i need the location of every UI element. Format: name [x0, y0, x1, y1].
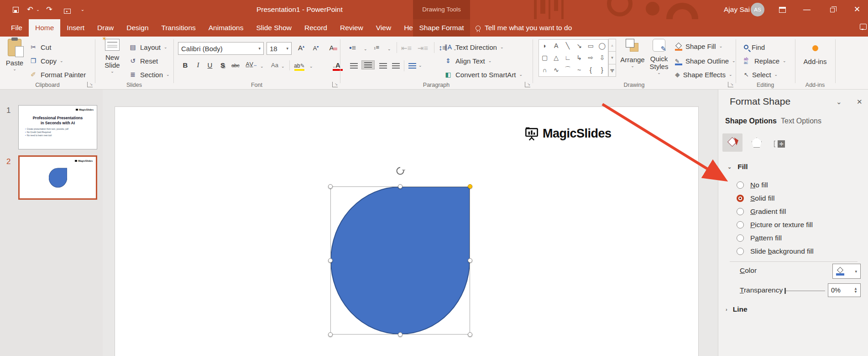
tab-shape-options[interactable]: Shape Options	[725, 117, 777, 125]
user-name[interactable]: Ajay Sai	[724, 0, 750, 19]
tab-view[interactable]: View	[370, 19, 397, 37]
addins-button[interactable]: Add-ins	[797, 39, 833, 65]
text-shadow-icon[interactable]: S	[217, 61, 228, 69]
panel-collapse-chevron-icon[interactable]: ⌄	[836, 98, 842, 106]
font-name-combo[interactable]: Calibri (Body)▾	[178, 42, 264, 55]
tab-design[interactable]: Design	[120, 19, 155, 37]
gallery-shape-down-arrow-icon[interactable]: ⇩	[596, 52, 608, 64]
shape-fill-button[interactable]: Shape Fill ⌄	[675, 40, 722, 52]
copy-button[interactable]: ❐ Copy ⌄	[29, 55, 63, 67]
format-painter-button[interactable]: ✐ Format Painter	[29, 69, 86, 80]
tab-file[interactable]: File	[5, 19, 29, 37]
shape-effects-chevron[interactable]: ⌄	[729, 72, 732, 77]
new-slide-button[interactable]: New Slide ⌄	[99, 39, 125, 74]
size-properties-tab-icon[interactable]	[769, 133, 790, 152]
radio-selected-icon[interactable]	[737, 195, 744, 202]
gallery-shape-oval-icon[interactable]: ◯	[596, 40, 608, 52]
cut-button[interactable]: ✂ Cut	[29, 41, 51, 53]
section-button[interactable]: ≣ Section ⌄	[129, 69, 170, 80]
resize-handle-middle-right[interactable]	[468, 258, 472, 263]
fill-line-tab-icon[interactable]	[722, 133, 743, 152]
resize-handle-bottom-right[interactable]	[468, 332, 472, 337]
effects-tab-icon[interactable]	[747, 133, 767, 152]
tab-animations[interactable]: Animations	[202, 19, 250, 37]
quick-styles-button[interactable]: Quick Styles ⌄	[646, 39, 672, 75]
arrange-button[interactable]: Arrange ⌄	[620, 39, 645, 68]
quick-styles-chevron[interactable]: ⌄	[657, 70, 661, 75]
transparency-value-box[interactable]: 0% ▲▼	[828, 283, 861, 297]
convert-smartart-chevron[interactable]: ⌄	[519, 72, 523, 77]
shape-outline-chevron[interactable]: ⌄	[732, 58, 736, 63]
radio-icon[interactable]	[737, 208, 744, 215]
highlight-color-chevron[interactable]: ⌄	[309, 64, 313, 69]
align-left-icon[interactable]	[350, 63, 358, 69]
gallery-shape-triangle-icon[interactable]: △	[550, 52, 562, 64]
line-section-header[interactable]: › Line	[726, 305, 748, 313]
layout-dropdown-chevron[interactable]: ⌄	[164, 45, 167, 49]
text-direction-chevron[interactable]: ⌄	[500, 45, 504, 49]
gallery-shape-left-brace-icon[interactable]: {	[585, 64, 596, 76]
paragraph-dialog-launcher-icon[interactable]: ↘	[525, 82, 530, 87]
gallery-shape-rectangle-icon[interactable]: ▭	[585, 40, 596, 52]
new-slide-dropdown-chevron[interactable]: ⌄	[110, 69, 114, 74]
undo-icon[interactable]: ↶	[26, 0, 35, 19]
decrease-indent-icon[interactable]: ⇤≡	[401, 44, 412, 53]
fill-section-header[interactable]: ⌄ Fill	[727, 163, 748, 171]
decrease-font-size-icon[interactable]: A▾	[310, 45, 321, 52]
transparency-slider[interactable]	[785, 291, 825, 291]
transparency-slider-thumb[interactable]	[784, 288, 786, 294]
columns-chevron[interactable]: ⌄	[418, 63, 422, 68]
ribbon-display-options-icon[interactable]	[777, 0, 788, 19]
tab-transitions[interactable]: Transitions	[155, 19, 202, 37]
align-center-icon[interactable]	[362, 61, 374, 69]
restore-icon[interactable]	[827, 0, 838, 19]
tab-draw[interactable]: Draw	[91, 19, 120, 37]
fill-option-pattern-fill[interactable]: Pattern fill	[737, 231, 814, 244]
increase-font-size-icon[interactable]: A▴	[296, 44, 307, 52]
fill-color-chevron[interactable]: ▾	[855, 269, 857, 274]
resize-handle-top-middle[interactable]	[398, 184, 403, 189]
shape-fill-chevron[interactable]: ⌄	[719, 44, 723, 48]
bold-icon[interactable]: B	[180, 61, 191, 69]
gallery-shape-elbow-arrow-connector-icon[interactable]: ↳	[573, 52, 585, 64]
font-size-chevron[interactable]: ▾	[286, 46, 288, 51]
paste-dropdown-chevron[interactable]: ⌄	[13, 67, 16, 71]
tab-slide-show[interactable]: Slide Show	[250, 19, 298, 37]
reset-button[interactable]: ↺ Reset	[129, 55, 158, 67]
shape-effects-button[interactable]: ◆ Shape Effects ⌄	[675, 69, 732, 80]
slide-2-thumbnail[interactable]: MagicSlides	[18, 155, 97, 200]
customize-qat-chevron[interactable]: ⌄	[79, 0, 86, 19]
rotate-handle[interactable]	[395, 165, 406, 176]
gallery-scroll-up-icon[interactable]: ▲	[608, 39, 616, 52]
align-right-icon[interactable]	[379, 63, 387, 69]
change-case-chevron[interactable]: ⌄	[281, 64, 285, 69]
start-slideshow-icon[interactable]: ▸	[62, 0, 72, 19]
strikethrough-icon[interactable]: abc	[230, 63, 241, 68]
convert-smartart-button[interactable]: ◧ Convert to SmartArt ⌄	[444, 69, 523, 80]
gallery-shape-arrow-icon[interactable]: ↘	[573, 40, 585, 52]
increase-indent-icon[interactable]: ⇥≡	[418, 44, 428, 53]
save-icon[interactable]	[11, 0, 20, 19]
resize-handle-middle-left[interactable]	[328, 258, 333, 263]
shape-outline-button[interactable]: ✎ Shape Outline ⌄	[675, 55, 736, 67]
panel-close-icon[interactable]: ✕	[857, 98, 863, 106]
layout-button[interactable]: ▤ Layout ⌄	[129, 41, 167, 53]
fill-option-solid-fill[interactable]: Solid fill	[737, 191, 814, 205]
gallery-scroll-down-icon[interactable]: ▼	[608, 51, 616, 64]
select-chevron[interactable]: ⌄	[774, 72, 778, 77]
share-comments-icon[interactable]	[860, 24, 867, 30]
resize-handle-top-left[interactable]	[328, 184, 333, 189]
clipboard-dialog-launcher-icon[interactable]: ↘	[87, 82, 93, 87]
gallery-shape-freeform-icon[interactable]: ∩	[539, 64, 550, 76]
section-dropdown-chevron[interactable]: ⌄	[166, 72, 170, 77]
font-dialog-launcher-icon[interactable]: ↘	[332, 82, 338, 87]
redo-icon[interactable]: ↷	[45, 0, 54, 19]
gallery-shape-right-arrow-icon[interactable]: ⇨	[585, 52, 596, 64]
radio-icon[interactable]	[737, 248, 744, 255]
bullets-icon[interactable]: •≡	[349, 44, 356, 52]
paste-button[interactable]: Paste ⌄	[4, 39, 26, 71]
tab-review[interactable]: Review	[334, 19, 370, 37]
text-direction-button[interactable]: ∥A Text Direction ⌄	[444, 41, 503, 53]
user-avatar[interactable]: AS	[751, 3, 764, 16]
adjust-handle-yellow[interactable]	[468, 184, 472, 189]
